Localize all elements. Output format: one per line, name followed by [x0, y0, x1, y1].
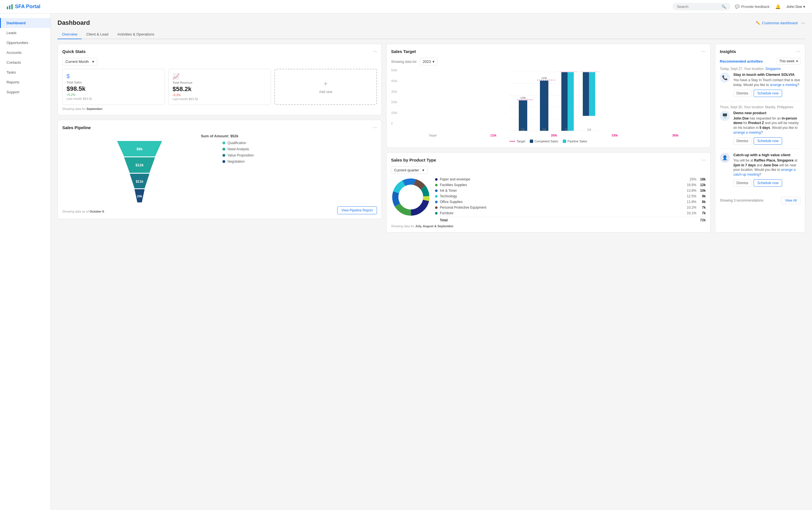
app-logo[interactable]: SFA Portal [7, 4, 40, 9]
target-line-icon [510, 141, 515, 142]
view-pipeline-report-button[interactable]: View Pipeline Report [337, 206, 377, 214]
activity-desc-2: John Doe has requested for an in-person … [733, 116, 801, 135]
schedule-button-2[interactable]: Schedule now [754, 137, 782, 145]
funnel-visual: $9k $12k $11k 20k [62, 141, 217, 203]
insights-header: Insights ··· [720, 49, 801, 54]
quick-stats-card: Quick Stats ··· Current Month ▾ $ Total … [58, 44, 382, 115]
product-row: Office Supplies 11.8% 8k [435, 200, 706, 204]
pipeline-sales-icon [563, 140, 566, 143]
tab-client-lead[interactable]: Client & Lead [82, 30, 113, 39]
user-menu[interactable]: John Doe ▾ [786, 4, 805, 9]
activity-icon-2: 🖥️ [720, 111, 730, 121]
insights-panel: Insights ··· Recommended activities This… [715, 44, 805, 233]
add-new-stat-button[interactable]: + Add new [274, 69, 377, 105]
sales-target-year-selector[interactable]: 2023 ▾ [419, 58, 438, 65]
target-cell-label: Target [402, 133, 463, 137]
product-row: Personal Protective Equipment 10.2% 7k [435, 206, 706, 209]
legend-value-proposition: Value Proposition [223, 153, 377, 157]
insights-footer: Showing 3 recommendations View All [720, 194, 801, 204]
pipeline-footer: Showing data as of October 6. View Pipel… [62, 206, 377, 214]
target-q2: 260k [524, 133, 584, 137]
svg-text:$11k: $11k [136, 180, 144, 183]
activity-actions-2: Dismiss Schedule now [733, 137, 801, 145]
sidebar-item-reports[interactable]: Reports [0, 77, 51, 87]
sales-by-product-header: Sales by Product Type ··· [391, 157, 706, 163]
insights-options[interactable]: ··· [796, 49, 801, 54]
sales-target-options[interactable]: ··· [701, 49, 706, 54]
pipeline-date: Showing data as of October 6. [62, 210, 105, 213]
topnav: SFA Portal 🔍 💬 Provide feedback 🔔 John D… [0, 0, 812, 13]
insights-card: Insights ··· Recommended activities This… [715, 44, 805, 233]
svg-text:20k: 20k [137, 194, 142, 198]
recommended-header: Recommended activities This week ▾ [720, 58, 801, 65]
arrange-meeting-link-1[interactable]: arrange a meeting [770, 83, 798, 87]
product-row: Facilities Supplies 16.6% 12k [435, 183, 706, 187]
legend-completed-sales: Completed Sales [530, 140, 558, 143]
customise-dashboard-button[interactable]: ✏️ Customise dashboard [756, 21, 798, 25]
search-input[interactable] [677, 4, 719, 9]
page-options-button[interactable]: ··· [801, 20, 805, 26]
activity-icon-3: 👤 [720, 153, 730, 163]
tab-activities-operations[interactable]: Activities & Operations [113, 30, 159, 39]
product-dot [435, 206, 438, 209]
activity-content-2: Demo new product John Doe has requested … [733, 111, 801, 145]
product-total-row: Total 72k [435, 217, 706, 222]
chart-icon: 📈 [173, 73, 267, 80]
sidebar-item-support[interactable]: Support [0, 87, 51, 97]
schedule-button-3[interactable]: Schedule now [754, 179, 782, 187]
tab-overview[interactable]: Overview [58, 30, 82, 39]
activity-item-1: 📞 Stay in touch with Clement SOLVIA You … [720, 72, 801, 101]
quick-stats-options[interactable]: ··· [373, 49, 377, 54]
chevron-down-icon: ▾ [92, 59, 94, 64]
svg-rect-15 [519, 100, 527, 131]
activity-item-3: 👤 Catch-up with a high value client You … [720, 153, 801, 190]
quick-stats-period-selector[interactable]: Current Month ▾ [62, 58, 97, 65]
product-options[interactable]: ··· [701, 157, 706, 163]
legend-target: Target [510, 140, 525, 143]
feedback-button[interactable]: 💬 Provide feedback [735, 4, 770, 9]
product-dot [435, 201, 438, 203]
sidebar-item-accounts[interactable]: Accounts [0, 48, 51, 58]
sales-pipeline-header: Sales Pipeline ··· [62, 125, 377, 130]
arrange-meeting-link-3[interactable]: arrange a catch-up meeting [733, 168, 796, 177]
search-bar[interactable]: 🔍 [672, 3, 730, 10]
edit-icon: ✏️ [756, 21, 760, 25]
pipeline-options[interactable]: ··· [373, 125, 377, 130]
sales-by-product-card: Sales by Product Type ··· Current quarte… [386, 152, 710, 233]
dismiss-button-3[interactable]: Dismiss [733, 179, 751, 187]
target-q3: 330k [584, 133, 645, 137]
date-header-2: Thurs, Sept 30, Your location: Manila, P… [720, 105, 801, 109]
svg-text:Q3: Q3 [565, 128, 569, 131]
activity-content-3: Catch-up with a high value client You wi… [733, 153, 801, 187]
logo-icon [7, 4, 13, 9]
svg-rect-26 [589, 72, 595, 116]
svg-point-40 [402, 188, 420, 206]
sales-target-period: Showing data for: 2023 ▾ [391, 58, 706, 65]
sidebar-item-dashboard[interactable]: Dashboard [0, 18, 51, 28]
sidebar-item-opportunities[interactable]: Opportunities [0, 38, 51, 48]
arrange-meeting-link-2[interactable]: arrange a meeting [733, 130, 761, 134]
week-selector[interactable]: This week ▾ [777, 58, 801, 65]
total-revenue-card: 📈 Total Revenue $58.2k -0.3% Last month … [168, 69, 271, 105]
schedule-button-1[interactable]: Schedule now [754, 90, 782, 97]
product-period-selector[interactable]: Current quarter ▾ [391, 166, 428, 174]
activity-title-1: Stay in touch with Clement SOLVIA [733, 72, 801, 77]
plus-icon: + [324, 80, 328, 88]
sales-target-card: Sales Target ··· Showing data for: 2023 … [386, 44, 710, 148]
dismiss-button-2[interactable]: Dismiss [733, 137, 751, 145]
svg-rect-25 [583, 72, 589, 116]
product-dot [435, 184, 438, 186]
sidebar-item-leads[interactable]: Leads [0, 28, 51, 38]
chevron-down-icon: ▾ [803, 4, 805, 9]
negotiation-dot [223, 160, 225, 163]
quick-stats-header: Quick Stats ··· [62, 49, 377, 54]
pipeline-sum: Sum of Amount: $52k [62, 134, 377, 138]
notification-bell[interactable]: 🔔 [775, 4, 781, 9]
dashboard-tabs: Overview Client & Lead Activities & Oper… [58, 30, 805, 39]
view-all-button[interactable]: View All [781, 197, 801, 204]
chevron-down-icon: ▾ [422, 168, 424, 172]
sidebar-item-contacts[interactable]: Contacts [0, 58, 51, 67]
funnel-container: $9k $12k $11k 20k [62, 141, 377, 203]
dismiss-button-1[interactable]: Dismiss [733, 90, 751, 97]
sidebar-item-tasks[interactable]: Tasks [0, 67, 51, 77]
